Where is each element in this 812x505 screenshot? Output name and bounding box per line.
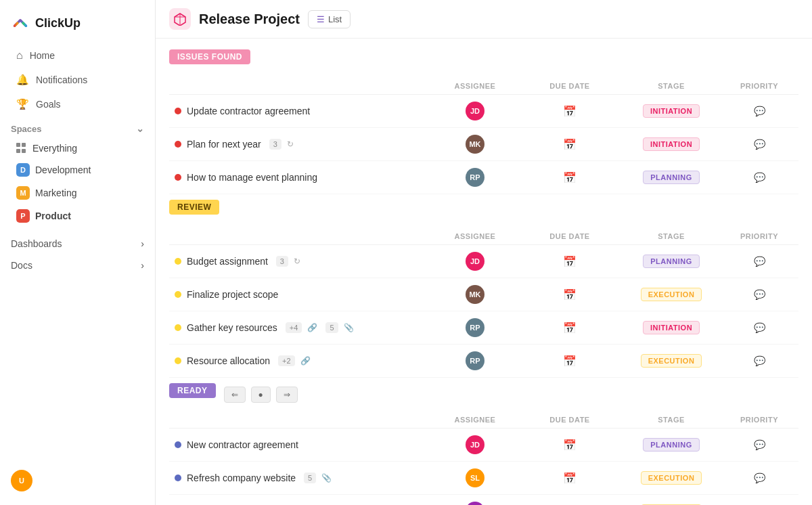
attach-count: 5 bbox=[304, 473, 316, 483]
section-ready: READY ⇐ ● ⇒ ASSIGNEE DUE DATE STAGE PRIO… bbox=[169, 383, 798, 505]
space-item-everything[interactable]: Everything bbox=[5, 139, 150, 158]
spaces-header: Spaces ⌄ bbox=[0, 116, 155, 138]
task-label: Plan for next year bbox=[187, 139, 261, 150]
grid-icon bbox=[16, 143, 27, 154]
content-area: ISSUES FOUND ASSIGNEE DUE DATE STAGE PRI… bbox=[156, 39, 812, 505]
table-row[interactable]: Resource allocation +2 🔗 RP 📅 EXECUTION … bbox=[169, 345, 798, 378]
toolbar-btn-3[interactable]: ⇒ bbox=[276, 387, 298, 403]
stage-cell: EXECUTION bbox=[617, 288, 725, 301]
avatar: TM bbox=[466, 502, 484, 505]
due-date-cell: 📅 bbox=[522, 355, 617, 368]
stage-cell: PLANNING bbox=[617, 255, 725, 268]
due-date-cell: 📅 bbox=[522, 171, 617, 184]
priority-dot bbox=[175, 324, 181, 331]
table-header-review: ASSIGNEE DUE DATE STAGE PRIORITY bbox=[169, 228, 798, 245]
space-label-everything: Everything bbox=[32, 143, 77, 154]
avatar: JD bbox=[466, 102, 484, 120]
task-label: Gather key resources bbox=[187, 322, 277, 333]
toolbar-btn-2[interactable]: ● bbox=[251, 387, 271, 403]
section-issues-found: ISSUES FOUND ASSIGNEE DUE DATE STAGE PRI… bbox=[169, 49, 798, 194]
priority-dot bbox=[175, 475, 181, 481]
table-row[interactable]: How to manage event planning RP 📅 PLANNI… bbox=[169, 161, 798, 194]
toolbar-btn-1[interactable]: ⇐ bbox=[224, 387, 246, 403]
task-count-badge: +2 bbox=[278, 355, 295, 366]
stage-cell: PLANNING bbox=[617, 438, 725, 452]
space-item-development[interactable]: D Development bbox=[5, 159, 150, 181]
calendar-icon: 📅 bbox=[563, 288, 577, 301]
assignee-cell: JD bbox=[428, 102, 522, 120]
priority-cell: 💬 bbox=[725, 172, 793, 183]
logo-text: ClickUp bbox=[35, 16, 81, 30]
priority-dot bbox=[175, 141, 181, 148]
assignee-cell: JD bbox=[428, 435, 522, 454]
nav-item-goals[interactable]: 🏆 Goals bbox=[5, 93, 150, 116]
nav-item-notifications[interactable]: 🔔 Notifications bbox=[5, 68, 150, 91]
col-task bbox=[175, 82, 428, 90]
due-date-cell: 📅 bbox=[522, 322, 617, 334]
project-icon bbox=[169, 8, 191, 30]
stage-badge: PLANNING bbox=[643, 438, 699, 452]
due-date-cell: 📅 bbox=[522, 255, 617, 268]
section-label-issues-found: ISSUES FOUND bbox=[169, 49, 250, 64]
main-content: Release Project ☰ List ISSUES FOUND ASSI… bbox=[156, 0, 812, 505]
nav-item-home[interactable]: ⌂ Home bbox=[5, 44, 150, 67]
priority-dot bbox=[175, 258, 181, 265]
space-item-product[interactable]: P Product bbox=[5, 205, 150, 227]
task-label: Finalize project scope bbox=[187, 289, 278, 300]
stage-badge: PLANNING bbox=[643, 255, 699, 268]
link-icon: 🔗 bbox=[307, 323, 317, 332]
docs-label: Docs bbox=[11, 260, 32, 271]
task-count-badge: 3 bbox=[276, 256, 288, 267]
task-label: New contractor agreement bbox=[187, 439, 298, 450]
user-avatar[interactable]: U bbox=[11, 470, 32, 491]
table-row[interactable]: Update key objectives 5 📎 TM 📅 EXECUTION… bbox=[169, 495, 798, 505]
priority-dot bbox=[175, 357, 181, 364]
task-label: Budget assignment bbox=[187, 256, 268, 267]
priority-cell: 💬 bbox=[725, 106, 793, 116]
nav-label-notifications: Notifications bbox=[36, 74, 87, 85]
stage-cell: INITIATION bbox=[617, 104, 725, 118]
calendar-icon: 📅 bbox=[563, 472, 577, 485]
calendar-icon: 📅 bbox=[563, 171, 577, 184]
table-row[interactable]: Refresh company website 5 📎 SL 📅 EXECUTI… bbox=[169, 462, 798, 495]
table-row[interactable]: Plan for next year 3 ↻ MK 📅 INITIATION 💬 bbox=[169, 128, 798, 161]
due-date-cell: 📅 bbox=[522, 288, 617, 301]
table-row[interactable]: Finalize project scope MK 📅 EXECUTION 💬 bbox=[169, 278, 798, 311]
avatar: SL bbox=[466, 468, 484, 487]
task-name: Resource allocation +2 🔗 bbox=[175, 355, 428, 366]
home-icon: ⌂ bbox=[16, 49, 23, 62]
stage-badge: INITIATION bbox=[643, 104, 700, 118]
sidebar-bottom: Dashboards › Docs › bbox=[0, 233, 155, 276]
priority-cell: 💬 bbox=[725, 473, 793, 483]
cube-icon bbox=[173, 12, 187, 26]
col-duedate-rd: DUE DATE bbox=[522, 416, 617, 424]
list-view-button[interactable]: ☰ List bbox=[308, 10, 351, 28]
chevron-down-icon[interactable]: ⌄ bbox=[136, 123, 144, 134]
task-label: How to manage event planning bbox=[187, 172, 317, 183]
attach-badge: 5 bbox=[325, 322, 338, 333]
calendar-icon: 📅 bbox=[563, 105, 577, 118]
comment-icon: 💬 bbox=[754, 172, 765, 183]
task-count-badge: +4 bbox=[286, 322, 302, 333]
priority-cell: 💬 bbox=[725, 322, 793, 333]
table-row[interactable]: New contractor agreement JD 📅 PLANNING 💬 bbox=[169, 429, 798, 462]
task-label: Refresh company website bbox=[187, 473, 296, 483]
space-item-marketing[interactable]: M Marketing bbox=[5, 182, 150, 204]
dashboards-item[interactable]: Dashboards › bbox=[0, 233, 155, 255]
table-row[interactable]: Update contractor agreement JD 📅 INITIAT… bbox=[169, 95, 798, 128]
dashboards-label: Dashboards bbox=[11, 238, 62, 249]
project-title: Release Project bbox=[199, 12, 300, 27]
priority-cell: 💬 bbox=[725, 439, 793, 450]
space-label-product: Product bbox=[35, 211, 71, 221]
priority-cell: 💬 bbox=[725, 355, 793, 366]
task-name: Update contractor agreement bbox=[175, 106, 428, 116]
table-row[interactable]: Budget assignment 3 ↻ JD 📅 PLANNING 💬 bbox=[169, 245, 798, 278]
nav-label-goals: Goals bbox=[36, 99, 61, 110]
comment-icon: 💬 bbox=[754, 322, 765, 333]
col-stage-rd: STAGE bbox=[617, 416, 725, 424]
priority-dot bbox=[175, 291, 181, 298]
timer-icon: ↻ bbox=[287, 139, 294, 149]
table-row[interactable]: Gather key resources +4 🔗 5 📎 RP 📅 INITI… bbox=[169, 311, 798, 345]
docs-item[interactable]: Docs › bbox=[0, 255, 155, 276]
assignee-cell: SL bbox=[428, 468, 522, 487]
